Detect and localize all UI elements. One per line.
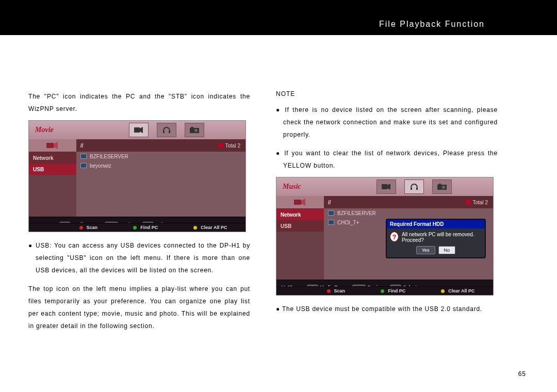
content-columns: The "PC" icon indicates the PC and the "…	[0, 84, 557, 336]
ss1-media-tabs	[129, 123, 204, 137]
svg-marker-17	[301, 199, 305, 206]
camcorder-icon[interactable]	[129, 123, 149, 137]
header-bar: File Playback Function	[0, 0, 557, 35]
ss1-header: Movie	[29, 121, 245, 139]
note-heading: NOTE	[276, 90, 498, 97]
ss2-column-header: // Total 2	[324, 196, 493, 208]
sidebar-item-network[interactable]: Network	[276, 209, 324, 220]
ss2-header: Music	[276, 177, 493, 196]
svg-rect-15	[438, 184, 441, 185]
ss1-main: // Total 2 BZFILESERVER beyonwiz	[76, 139, 245, 217]
ss1-sidebar: Network USB	[29, 139, 76, 217]
question-icon: ?	[390, 232, 399, 242]
page-number: 65	[518, 370, 526, 378]
pc-icon	[328, 220, 334, 225]
hint-clear-all-pc: Clear All PC	[441, 288, 474, 293]
svg-rect-7	[46, 143, 54, 148]
ss1-device-list: BZFILESERVER beyonwiz	[76, 152, 245, 217]
usb-compat-note: ● The USB device must be compatible with…	[276, 303, 498, 315]
list-item[interactable]: beyonwiz	[76, 161, 245, 170]
svg-rect-0	[134, 127, 140, 133]
hint-scan: Scan	[327, 288, 346, 293]
sidebar-item-usb[interactable]: USB	[276, 220, 324, 232]
note-no-device: ● If there is no device listed on the sc…	[276, 104, 498, 141]
ss2-media-tabs	[376, 179, 452, 194]
headphones-icon[interactable]	[404, 179, 424, 194]
ss2-footer-color-hints: Scan Find PC Clear All PC	[276, 286, 493, 295]
sidebar-item-usb[interactable]: USB	[29, 164, 76, 175]
screenshot-movie-browser: Movie Net	[28, 120, 246, 232]
svg-point-5	[194, 129, 198, 132]
svg-rect-9	[382, 184, 387, 189]
page-title: File Playback Function	[379, 20, 485, 29]
camcorder-icon[interactable]	[376, 179, 396, 194]
path-indicator: //	[328, 200, 331, 205]
svg-rect-12	[416, 188, 418, 190]
right-column: NOTE ● If there is no device listed on t…	[276, 84, 498, 336]
ss1-mode-label: Movie	[35, 126, 54, 134]
total-count: Total 2	[466, 200, 488, 205]
playlist-icon[interactable]	[276, 196, 324, 209]
note-clear-list: ● If you want to clear the list of netwo…	[276, 147, 498, 172]
headphones-icon[interactable]	[157, 123, 176, 137]
svg-marker-10	[387, 184, 390, 190]
intro-paragraph: The "PC" icon indicates the PC and the "…	[28, 90, 250, 115]
svg-marker-8	[54, 142, 58, 149]
hint-find-pc: Find PC	[133, 225, 158, 230]
svg-rect-6	[191, 127, 193, 128]
pc-icon	[328, 210, 334, 216]
list-item[interactable]: BZFILESERVER	[324, 208, 493, 218]
screenshot-music-browser: Music Net	[276, 177, 494, 296]
svg-rect-2	[163, 131, 165, 133]
pc-icon	[80, 163, 87, 168]
svg-rect-16	[294, 200, 301, 205]
usb-bullet: ● USB: You can access any USB devices co…	[28, 239, 250, 276]
hint-find-pc: Find PC	[381, 288, 405, 293]
hint-scan: Scan	[79, 225, 98, 230]
dialog-yes-button[interactable]: Yes	[416, 246, 435, 254]
camera-icon[interactable]	[185, 123, 204, 137]
playlist-paragraph: The top icon on the left menu implies a …	[28, 283, 250, 332]
playlist-icon[interactable]	[29, 139, 76, 152]
pc-icon	[80, 154, 87, 159]
ss2-sidebar: Network USB	[276, 196, 324, 280]
svg-marker-1	[140, 127, 143, 133]
dialog-message: All network PC will be removed. Proceed?	[402, 232, 482, 243]
ss1-footer-color-hints: Scan Find PC Clear All PC	[29, 223, 245, 232]
svg-rect-3	[169, 131, 170, 133]
hint-clear-all-pc: Clear All PC	[193, 225, 227, 230]
camera-icon[interactable]	[432, 179, 452, 194]
sidebar-item-network[interactable]: Network	[29, 152, 76, 164]
ss1-column-header: // Total 2	[76, 139, 245, 152]
list-item[interactable]: BZFILESERVER	[76, 152, 245, 161]
left-column: The "PC" icon indicates the PC and the "…	[28, 84, 250, 336]
dialog-title: Required Format HDD	[387, 220, 485, 228]
ss2-mode-label: Music	[283, 183, 301, 191]
dialog-no-button[interactable]: No	[438, 246, 456, 254]
path-indicator: //	[80, 143, 84, 149]
svg-rect-11	[411, 188, 412, 190]
svg-point-14	[442, 186, 445, 189]
confirm-dialog: Required Format HDD ? All network PC wil…	[386, 219, 486, 258]
total-count: Total 2	[218, 143, 240, 149]
